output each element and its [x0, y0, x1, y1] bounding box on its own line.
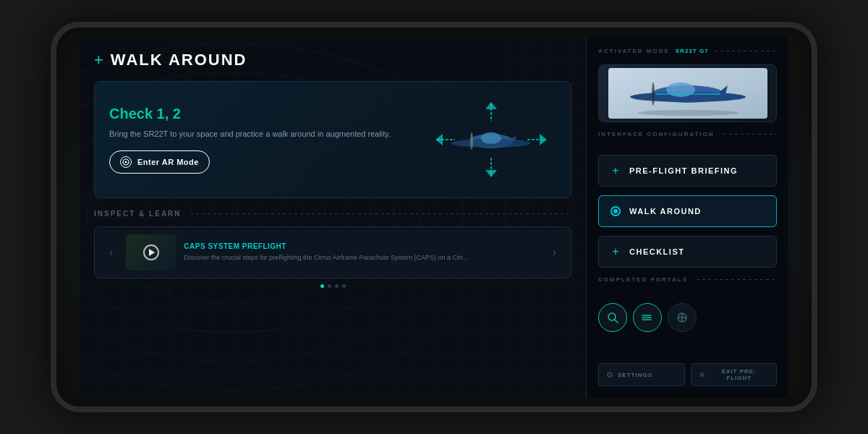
- carousel-dot-4: [342, 284, 346, 288]
- ar-button-label: Enter AR Mode: [137, 158, 199, 166]
- right-panel: ACTIVATED MODE SR22T G7: [586, 36, 788, 398]
- config-dashes: [723, 134, 777, 135]
- mode-dashes: [715, 51, 777, 51]
- carousel-thumbnail: [126, 234, 176, 271]
- ar-check-title: Check 1, 2: [109, 106, 414, 122]
- svg-point-8: [481, 132, 501, 144]
- radio-dot-icon: [610, 206, 621, 216]
- settings-label: SETTINGS: [618, 372, 652, 378]
- plane-preview: [598, 64, 777, 122]
- portal-move[interactable]: [668, 303, 697, 332]
- carousel-dot-2: [328, 284, 331, 288]
- svg-point-24: [642, 319, 644, 320]
- svg-line-18: [615, 320, 618, 323]
- left-panel: + WALK AROUND Check 1, 2 Bring the SR22T…: [80, 36, 586, 398]
- svg-point-22: [642, 315, 644, 316]
- svg-point-5: [125, 161, 127, 163]
- carousel-dots: [94, 284, 571, 288]
- carousel-item-title: CAPS SYSTEM PREFLIGHT: [184, 242, 539, 250]
- settings-button[interactable]: ⚙ SETTINGS: [598, 363, 685, 386]
- walk-around-nav-label: WALK AROUND: [629, 207, 702, 216]
- inspect-header-row: INSPECT & LEARN: [94, 210, 571, 218]
- activated-mode-label: ACTIVATED MODE: [598, 48, 670, 54]
- carousel-prev-button[interactable]: ‹: [103, 243, 119, 262]
- pre-flight-label: PRE-FLIGHT BRIEFING: [629, 166, 738, 175]
- ar-plane-visual: [426, 96, 556, 183]
- nav-item-walk-around[interactable]: WALK AROUND: [598, 195, 777, 227]
- portals-icons: [598, 303, 777, 332]
- svg-point-23: [642, 317, 644, 318]
- ar-mode-icon: [120, 156, 132, 168]
- plus-icon-pre-flight: +: [612, 164, 618, 177]
- portal-list[interactable]: [633, 303, 662, 332]
- nav-item-checklist[interactable]: + CHECKLIST: [598, 236, 777, 268]
- walk-around-icon: [609, 205, 622, 218]
- ar-description: Bring the SR22T to your space and practi…: [109, 128, 414, 140]
- bottom-bar: ⚙ SETTINGS ✕ EXIT PRE-FLIGHT: [598, 363, 777, 386]
- portal-search[interactable]: [598, 303, 627, 332]
- page-title: WALK AROUND: [111, 51, 247, 69]
- mode-value: SR22T G7: [676, 48, 709, 54]
- settings-icon: ⚙: [606, 370, 613, 380]
- carousel-dot-3: [335, 284, 339, 288]
- radio-inner: [613, 209, 618, 213]
- enter-ar-mode-button[interactable]: Enter AR Mode: [109, 150, 210, 174]
- nav-item-pre-flight[interactable]: + PRE-FLIGHT BRIEFING: [598, 155, 777, 187]
- carousel-next-button[interactable]: ›: [547, 243, 562, 262]
- portals-dashes: [697, 279, 777, 280]
- svg-point-16: [637, 110, 739, 116]
- interface-config-row: INTERFACE CONFIGURATION: [598, 131, 777, 137]
- svg-point-9: [470, 132, 473, 150]
- carousel-dot-1: [320, 284, 324, 288]
- svg-point-15: [652, 82, 655, 106]
- exit-label: EXIT PRE-FLIGHT: [710, 368, 770, 381]
- play-triangle: [149, 249, 155, 256]
- inspect-label: INSPECT & LEARN: [94, 210, 182, 218]
- inspect-section: INSPECT & LEARN ‹ CAPS SYSTEM PREFLIGHT …: [94, 210, 571, 383]
- carousel: ‹ CAPS SYSTEM PREFLIGHT Discover the cru…: [94, 226, 571, 278]
- interface-config-label: INTERFACE CONFIGURATION: [598, 131, 715, 137]
- walk-around-header: + WALK AROUND: [94, 51, 571, 69]
- pre-flight-icon: +: [609, 164, 622, 177]
- plane-preview-svg: [608, 68, 767, 119]
- completed-portals-row: COMPLETED PORTALS: [598, 276, 777, 283]
- tablet: + WALK AROUND Check 1, 2 Bring the SR22T…: [51, 22, 817, 412]
- ar-card: Check 1, 2 Bring the SR22T to your space…: [94, 81, 571, 198]
- carousel-item-desc: Discover the crucial steps for preflight…: [184, 253, 539, 263]
- carousel-info: CAPS SYSTEM PREFLIGHT Discover the cruci…: [184, 242, 539, 263]
- svg-point-13: [706, 94, 735, 100]
- completed-portals-label: COMPLETED PORTALS: [598, 276, 688, 283]
- exit-icon: ✕: [699, 370, 705, 380]
- exit-preflight-button[interactable]: ✕ EXIT PRE-FLIGHT: [691, 363, 778, 386]
- plus-icon-large: +: [94, 51, 103, 69]
- checklist-label: CHECKLIST: [629, 247, 684, 256]
- inspect-dashes: [190, 213, 571, 214]
- screen: + WALK AROUND Check 1, 2 Bring the SR22T…: [80, 36, 788, 398]
- checklist-icon: +: [609, 245, 622, 258]
- activated-mode-row: ACTIVATED MODE SR22T G7: [598, 48, 777, 54]
- ar-arrows-svg: [426, 96, 556, 183]
- ar-text: Check 1, 2 Bring the SR22T to your space…: [109, 106, 414, 174]
- plus-icon-checklist: +: [612, 245, 618, 258]
